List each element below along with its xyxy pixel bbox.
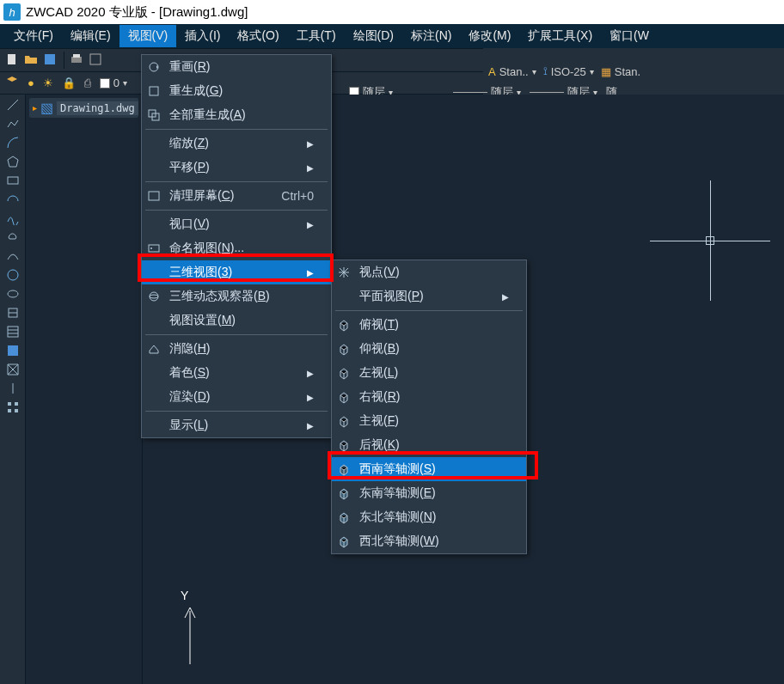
svg-rect-20 [15,409,18,412]
new-icon[interactable] [5,52,21,68]
menu-item[interactable]: 文件(F) [5,25,62,47]
menu-item[interactable]: 三维动态观察器(B) [142,284,331,308]
menu-item[interactable]: 标注(N) [402,25,460,47]
menu-item-label: 显示(L) [166,418,297,433]
cloud-icon[interactable] [6,230,20,244]
menu-item[interactable]: 视图(V) [119,25,177,47]
menu-item[interactable]: 绘图(D) [345,25,402,47]
menu-item[interactable]: 编辑(E) [62,25,119,47]
print-layer-icon[interactable]: ⎙ [84,76,91,89]
dim-style-combo[interactable]: ⟟ISO-25▾ [543,64,594,78]
menu-item[interactable]: 清理屏幕(C)Ctrl+0 [142,184,331,208]
line-icon[interactable] [6,98,20,112]
svg-rect-0 [8,54,15,64]
menu-item[interactable]: 工具(T) [288,25,345,47]
regen-icon [142,84,166,98]
lock-icon[interactable]: 🔒 [62,76,76,89]
menu-item[interactable]: 消隐(H) [142,337,331,361]
menu-item-label: 主视(F) [356,413,509,429]
table-style-combo[interactable]: ▦Stan. [601,65,640,78]
hatch-icon[interactable] [6,325,20,339]
curve-icon[interactable] [6,249,20,263]
menu-item[interactable]: 显示(L)▶ [142,413,331,437]
menu-item[interactable]: 渲染(D)▶ [142,385,331,409]
submenu-arrow-icon: ▶ [297,139,314,149]
clean-icon [142,189,166,203]
menu-item-label: 三维视图(3) [166,265,297,280]
menu-accelerator: Ctrl+0 [260,189,314,203]
block-icon[interactable] [6,306,20,320]
menu-item[interactable]: 缩放(Z)▶ [142,131,331,156]
menu-item[interactable]: 仰视(B) [332,337,526,361]
sun-icon[interactable]: ☀ [43,76,53,89]
app-logo: h [3,3,21,21]
menu-item[interactable]: 插入(I) [176,25,229,47]
svg-rect-18 [15,402,18,406]
menu-item[interactable]: 东北等轴测(N) [332,505,526,529]
menu-item[interactable]: 格式(O) [229,25,287,47]
menu-item[interactable]: 后视(K) [332,433,526,457]
line2-icon[interactable] [6,382,20,395]
print-icon[interactable] [70,52,85,68]
polyline-icon[interactable] [6,117,20,131]
menu-separator [145,334,328,335]
menu-item[interactable]: 东南等轴测(E) [332,481,526,505]
menu-item[interactable]: 右视(R) [332,385,526,409]
boundary-icon[interactable] [6,344,20,357]
menu-item[interactable]: 命名视图(N)... [142,236,331,260]
ellipse-icon[interactable] [6,287,20,301]
menu-item[interactable]: 修改(M) [460,25,519,47]
polygon-icon[interactable] [6,155,20,168]
ne-icon [332,510,356,524]
arc-icon[interactable] [6,136,20,150]
menu-item-label: 重生成(G) [166,83,314,99]
file-tab[interactable]: ▸ ▧ Drawing1.dwg [29,98,138,118]
menu-item[interactable]: 视图设置(M) [142,308,331,333]
save-icon[interactable] [43,52,58,68]
menu-item[interactable]: 着色(S)▶ [142,361,331,385]
svg-point-30 [150,295,158,298]
layer-combo[interactable]: 0▾ [100,76,127,89]
text-style-combo[interactable]: AStan..▾ [488,65,536,78]
menu-item[interactable]: 主视(F) [332,409,526,433]
menu-item-label: 清理屏幕(C) [166,188,260,204]
menu-item[interactable]: 西北等轴测(W) [332,529,526,553]
svg-rect-12 [8,327,18,337]
menu-item[interactable]: 俯视(T) [332,313,526,337]
menu-item[interactable]: 左视(L) [332,361,526,385]
svg-rect-27 [149,245,159,252]
submenu-arrow-icon: ▶ [297,220,314,229]
preview-icon[interactable] [89,52,104,68]
lightbulb-icon[interactable]: ● [28,76,34,89]
menu-item[interactable]: 平移(P)▶ [142,156,331,180]
svg-rect-15 [8,345,18,356]
menu-item[interactable]: 窗口(W [601,25,658,47]
menu-item-label: 仰视(B) [356,341,509,357]
spline-icon[interactable] [6,211,20,225]
menu-item[interactable]: 西南等轴测(S) [332,457,526,481]
svg-rect-23 [150,87,158,95]
open-icon[interactable] [24,52,40,68]
menu-item[interactable]: 全部重生成(A) [142,103,331,127]
menu-item[interactable]: 重画(R) [142,55,331,79]
window-title: ZWCAD 2020 专业版 - [Drawing1.dwg] [26,4,248,21]
arc2-icon[interactable] [6,192,20,206]
region-icon[interactable] [6,363,20,376]
menu-item[interactable]: 重生成(G) [142,79,331,103]
menu-item[interactable]: 三维视图(3)▶ [142,260,331,284]
menu-item[interactable]: 平面视图(P)▶ [332,284,526,308]
layer-icon[interactable] [5,75,19,91]
rectangle-icon[interactable] [6,174,20,187]
menu-item-label: 东北等轴测(N) [356,510,509,525]
grid-icon[interactable] [6,400,20,414]
submenu-arrow-icon: ▶ [297,268,314,278]
circle-icon[interactable] [6,268,20,282]
menu-item-label: 视图设置(M) [166,313,314,328]
regenall-icon [142,108,166,122]
menu-separator [145,129,328,130]
svg-rect-7 [8,177,18,184]
menu-item[interactable]: 扩展工具(X) [519,25,601,47]
menu-item-label: 重画(R) [166,59,314,75]
menu-item[interactable]: 视口(V)▶ [142,212,331,236]
menu-item[interactable]: 视点(V) [332,260,526,284]
